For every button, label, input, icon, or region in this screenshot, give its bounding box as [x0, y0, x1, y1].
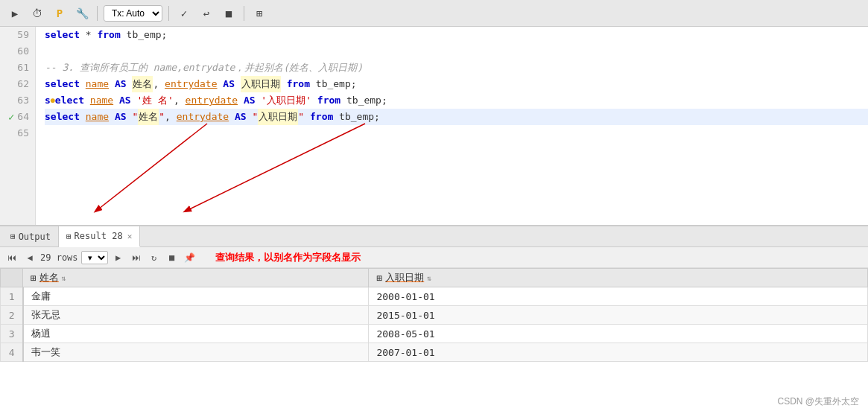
code-line-64: select name AS "姓名" , entrydate AS "入职日期… [45, 109, 868, 125]
rows-count-label: 29 rows [40, 252, 78, 263]
tab-close-icon[interactable]: ✕ [127, 232, 133, 241]
wrench-button[interactable]: 🔧 [73, 4, 91, 22]
stop-button[interactable]: ■ [220, 4, 238, 22]
code-line-65 [45, 125, 868, 141]
line-63: 63 [0, 92, 35, 109]
check-icon: ✓ [8, 109, 14, 125]
divider-2 [168, 6, 169, 21]
result-table: ⊞ 姓名 ⇅ ⊞ 入职日期 ⇅ 1金庸2000-01-01 [0, 268, 868, 362]
cell-rownum: 1 [1, 287, 23, 306]
sort-icon-name[interactable]: ⇅ [62, 274, 66, 282]
table-row: 2张无忌2015-01-01 [1, 306, 868, 325]
watermark: CSDN @失重外太空 [777, 395, 859, 408]
code-line-59: select * from tb_emp; [45, 27, 868, 43]
result-toolbar: ⏮ ◀ 29 rows ▾ ▶ ⏭ ↻ ■ 📌 查询结果，以别名作为字段名显示 [0, 247, 868, 268]
result-table-wrap[interactable]: ⊞ 姓名 ⇅ ⊞ 入职日期 ⇅ 1金庸2000-01-01 [0, 268, 868, 414]
cell-rownum: 4 [1, 343, 23, 362]
code-editor: 59 60 61 62 63 ✓ 64 65 select * from tb_… [0, 27, 868, 226]
line-61: 61 [0, 60, 35, 76]
line-64: ✓ 64 [0, 109, 35, 125]
tab-result28[interactable]: ⊞ Result 28 ✕ [59, 226, 140, 247]
refresh-button[interactable]: ↻ [147, 250, 162, 265]
nav-first-button[interactable]: ⏮ [4, 250, 19, 265]
check-button[interactable]: ✓ [175, 4, 193, 22]
run-button[interactable]: ▶ [6, 4, 24, 22]
line-62: 62 [0, 76, 35, 92]
cell-rownum: 2 [1, 306, 23, 325]
nav-prev-button[interactable]: ◀ [22, 250, 37, 265]
col-header-name[interactable]: ⊞ 姓名 ⇅ [23, 269, 369, 287]
main-toolbar: ▶ ⏱ P 🔧 Tx: Auto ✓ ↩ ■ ⊞ [0, 0, 868, 27]
table-cell: 2000-01-01 [369, 287, 868, 306]
table-cell: 2015-01-01 [369, 306, 868, 325]
divider-3 [244, 6, 244, 21]
nav-last-button[interactable]: ⏭ [129, 250, 144, 265]
output-tab-icon: ⊞ [10, 232, 16, 241]
table-cell: 杨逍 [23, 325, 369, 343]
nav-next-button[interactable]: ▶ [111, 250, 126, 265]
table-cell: 金庸 [23, 287, 369, 306]
table-cell: 2008-05-01 [369, 325, 868, 343]
table-cell: 张无忌 [23, 306, 369, 325]
panel-tabs: ⊞ Output ⊞ Result 28 ✕ [0, 226, 868, 247]
code-line-63: s●elect name AS '姓 名' , entrydate AS '入职… [45, 92, 868, 109]
table-row: 3杨逍2008-05-01 [1, 325, 868, 343]
clock-button[interactable]: ⏱ [28, 4, 46, 22]
code-line-61: -- 3. 查询所有员工的 name,entrydate，并起别名(姓名、入职日… [45, 60, 868, 76]
undo-button[interactable]: ↩ [197, 4, 215, 22]
pin-button[interactable]: 📌 [183, 250, 197, 265]
kw-select: select [45, 27, 80, 43]
grid-button[interactable]: ⊞ [250, 4, 268, 22]
result-tab-icon: ⊞ [66, 232, 72, 241]
rows-select[interactable]: ▾ [81, 251, 108, 264]
table-row: 4韦一笑2007-01-01 [1, 343, 868, 362]
line-numbers: 59 60 61 62 63 ✓ 64 65 [0, 27, 36, 225]
code-line-62: select name AS 姓名 , entrydate AS 入职日期 fr… [45, 76, 868, 92]
line-60: 60 [0, 43, 35, 60]
col-header-rownum [1, 269, 23, 287]
cell-rownum: 3 [1, 325, 23, 343]
annotation-label: 查询结果，以别名作为字段名显示 [215, 251, 361, 264]
stop-button[interactable]: ■ [165, 250, 180, 265]
output-tab-label: Output [19, 232, 51, 242]
p-button[interactable]: P [51, 4, 69, 22]
bottom-panel: ⊞ Output ⊞ Result 28 ✕ ⏮ ◀ 29 rows ▾ ▶ ⏭… [0, 226, 868, 414]
sort-icon-entrydate[interactable]: ⇅ [427, 274, 431, 282]
line-59: 59 [0, 27, 35, 43]
table-cell: 韦一笑 [23, 343, 369, 362]
code-line-60 [45, 43, 868, 60]
table-cell: 2007-01-01 [369, 343, 868, 362]
code-content[interactable]: select * from tb_emp; -- 3. 查询所有员工的 name… [36, 27, 868, 225]
table-row: 1金庸2000-01-01 [1, 287, 868, 306]
col-header-entrydate[interactable]: ⊞ 入职日期 ⇅ [369, 269, 868, 287]
tx-select[interactable]: Tx: Auto [104, 5, 162, 22]
tab-output[interactable]: ⊞ Output [3, 226, 59, 247]
line-65: 65 [0, 125, 35, 141]
result-tab-label: Result 28 [75, 231, 123, 241]
divider-1 [97, 6, 98, 21]
kw-from: from [97, 27, 120, 43]
